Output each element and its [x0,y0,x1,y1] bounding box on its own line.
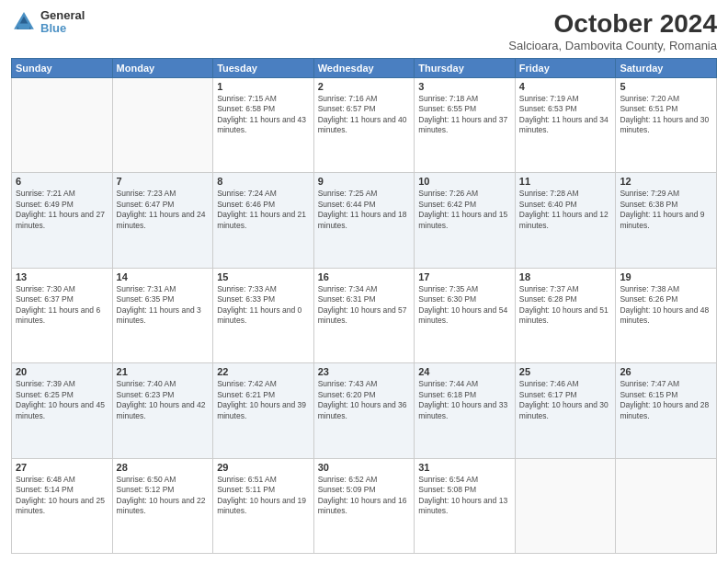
table-row: 25Sunrise: 7:46 AMSunset: 6:17 PMDayligh… [515,363,616,458]
table-row: 12Sunrise: 7:29 AMSunset: 6:38 PMDayligh… [616,173,717,268]
day-info: Sunrise: 7:46 AMSunset: 6:17 PMDaylight:… [519,379,612,421]
day-number: 1 [217,81,310,92]
day-info: Sunrise: 7:30 AMSunset: 6:37 PMDaylight:… [16,284,108,327]
table-row: 8Sunrise: 7:24 AMSunset: 6:46 PMDaylight… [213,173,314,268]
day-info: Sunrise: 6:51 AMSunset: 5:11 PMDaylight:… [217,475,310,517]
day-info: Sunrise: 7:25 AMSunset: 6:44 PMDaylight:… [318,189,411,231]
col-wednesday: Wednesday [313,59,415,78]
day-number: 4 [519,81,612,92]
day-number: 12 [620,176,712,187]
day-info: Sunrise: 7:20 AMSunset: 6:51 PMDaylight:… [620,94,712,136]
table-row: 4Sunrise: 7:19 AMSunset: 6:53 PMDaylight… [515,78,616,173]
table-row: 22Sunrise: 7:42 AMSunset: 6:21 PMDayligh… [213,363,314,458]
table-row: 5Sunrise: 7:20 AMSunset: 6:51 PMDaylight… [616,78,717,173]
logo-blue-label: Blue [40,22,85,35]
day-number: 9 [318,176,411,187]
col-friday: Friday [515,59,616,78]
col-saturday: Saturday [616,59,717,78]
day-info: Sunrise: 6:54 AMSunset: 5:08 PMDaylight:… [418,475,511,517]
day-info: Sunrise: 7:39 AMSunset: 6:25 PMDaylight:… [16,379,108,421]
day-info: Sunrise: 7:26 AMSunset: 6:42 PMDaylight:… [418,189,511,231]
table-row: 24Sunrise: 7:44 AMSunset: 6:18 PMDayligh… [415,363,516,458]
day-number: 18 [519,271,612,282]
table-row: 2Sunrise: 7:16 AMSunset: 6:57 PMDaylight… [313,78,415,173]
table-row: 23Sunrise: 7:43 AMSunset: 6:20 PMDayligh… [313,363,415,458]
header: General Blue October 2024 Salcioara, Dam… [11,9,717,52]
day-info: Sunrise: 7:40 AMSunset: 6:23 PMDaylight:… [117,379,210,421]
day-number: 16 [318,271,411,282]
logo-text: General Blue [40,9,85,36]
day-number: 31 [418,462,511,473]
day-number: 2 [318,81,411,92]
table-row: 19Sunrise: 7:38 AMSunset: 6:26 PMDayligh… [616,268,717,362]
table-row: 11Sunrise: 7:28 AMSunset: 6:40 PMDayligh… [515,173,616,268]
table-row [112,78,213,173]
day-number: 26 [620,366,712,377]
col-sunday: Sunday [12,59,113,78]
day-info: Sunrise: 7:19 AMSunset: 6:53 PMDaylight:… [519,94,612,136]
table-row: 10Sunrise: 7:26 AMSunset: 6:42 PMDayligh… [415,173,516,268]
day-info: Sunrise: 7:34 AMSunset: 6:31 PMDaylight:… [318,284,411,327]
page: General Blue October 2024 Salcioara, Dam… [0,0,728,563]
day-number: 21 [117,366,210,377]
table-row [616,458,717,553]
table-row: 26Sunrise: 7:47 AMSunset: 6:15 PMDayligh… [616,363,717,458]
table-row: 27Sunrise: 6:48 AMSunset: 5:14 PMDayligh… [12,458,113,553]
table-row: 18Sunrise: 7:37 AMSunset: 6:28 PMDayligh… [515,268,616,362]
table-row: 28Sunrise: 6:50 AMSunset: 5:12 PMDayligh… [112,458,213,553]
day-number: 11 [519,176,612,187]
day-number: 25 [519,366,612,377]
title-block: October 2024 Salcioara, Dambovita County… [508,9,717,52]
day-number: 5 [620,81,712,92]
day-info: Sunrise: 7:43 AMSunset: 6:20 PMDaylight:… [318,379,411,421]
day-number: 24 [418,366,511,377]
table-row: 20Sunrise: 7:39 AMSunset: 6:25 PMDayligh… [12,363,113,458]
day-number: 10 [418,176,511,187]
day-info: Sunrise: 6:48 AMSunset: 5:14 PMDaylight:… [16,475,108,517]
table-row: 30Sunrise: 6:52 AMSunset: 5:09 PMDayligh… [313,458,415,553]
day-number: 13 [16,271,108,282]
day-info: Sunrise: 6:52 AMSunset: 5:09 PMDaylight:… [318,475,411,517]
day-info: Sunrise: 7:29 AMSunset: 6:38 PMDaylight:… [620,189,712,231]
day-info: Sunrise: 7:15 AMSunset: 6:58 PMDaylight:… [217,94,310,136]
col-monday: Monday [112,59,213,78]
day-number: 23 [318,366,411,377]
day-info: Sunrise: 7:31 AMSunset: 6:35 PMDaylight:… [117,284,210,327]
col-thursday: Thursday [415,59,516,78]
table-row: 17Sunrise: 7:35 AMSunset: 6:30 PMDayligh… [415,268,516,362]
table-row: 29Sunrise: 6:51 AMSunset: 5:11 PMDayligh… [213,458,314,553]
header-row: Sunday Monday Tuesday Wednesday Thursday… [12,59,717,78]
svg-rect-2 [18,24,29,29]
day-number: 17 [418,271,511,282]
day-info: Sunrise: 7:33 AMSunset: 6:33 PMDaylight:… [217,284,310,327]
day-info: Sunrise: 7:24 AMSunset: 6:46 PMDaylight:… [217,189,310,231]
day-number: 14 [117,271,210,282]
table-row [515,458,616,553]
table-row [12,78,113,173]
table-row: 31Sunrise: 6:54 AMSunset: 5:08 PMDayligh… [415,458,516,553]
table-row: 6Sunrise: 7:21 AMSunset: 6:49 PMDaylight… [12,173,113,268]
day-info: Sunrise: 7:18 AMSunset: 6:55 PMDaylight:… [418,94,511,136]
day-number: 6 [16,176,108,187]
day-number: 19 [620,271,712,282]
day-info: Sunrise: 7:16 AMSunset: 6:57 PMDaylight:… [318,94,411,136]
day-number: 8 [217,176,310,187]
calendar: Sunday Monday Tuesday Wednesday Thursday… [11,58,717,554]
table-row: 16Sunrise: 7:34 AMSunset: 6:31 PMDayligh… [313,268,415,362]
table-row: 21Sunrise: 7:40 AMSunset: 6:23 PMDayligh… [112,363,213,458]
day-number: 15 [217,271,310,282]
day-info: Sunrise: 7:21 AMSunset: 6:49 PMDaylight:… [16,189,108,231]
day-number: 7 [117,176,210,187]
day-info: Sunrise: 7:37 AMSunset: 6:28 PMDaylight:… [519,284,612,327]
day-info: Sunrise: 6:50 AMSunset: 5:12 PMDaylight:… [117,475,210,517]
day-info: Sunrise: 7:28 AMSunset: 6:40 PMDaylight:… [519,189,612,231]
table-row: 7Sunrise: 7:23 AMSunset: 6:47 PMDaylight… [112,173,213,268]
day-number: 22 [217,366,310,377]
day-info: Sunrise: 7:35 AMSunset: 6:30 PMDaylight:… [418,284,511,327]
table-row: 1Sunrise: 7:15 AMSunset: 6:58 PMDaylight… [213,78,314,173]
table-row: 13Sunrise: 7:30 AMSunset: 6:37 PMDayligh… [12,268,113,362]
table-row: 15Sunrise: 7:33 AMSunset: 6:33 PMDayligh… [213,268,314,362]
table-row: 3Sunrise: 7:18 AMSunset: 6:55 PMDaylight… [415,78,516,173]
table-row: 14Sunrise: 7:31 AMSunset: 6:35 PMDayligh… [112,268,213,362]
logo-general-label: General [40,9,85,22]
